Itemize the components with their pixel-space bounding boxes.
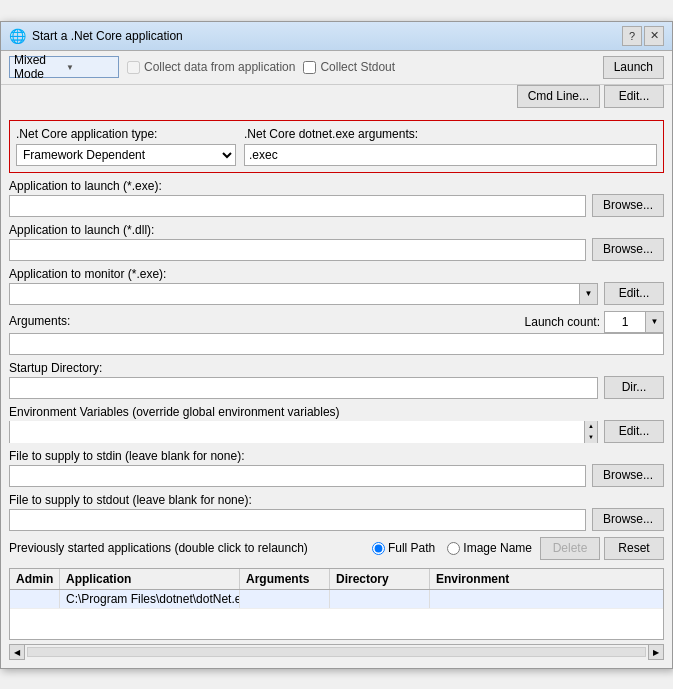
startup-dir-btn-wrap: Dir... (604, 376, 664, 399)
close-button[interactable]: ✕ (644, 26, 664, 46)
env-vars-input[interactable] (10, 421, 584, 443)
stdout-browse-button[interactable]: Browse... (592, 508, 664, 531)
app-exe-inputs: Application to launch (*.exe): (9, 179, 586, 217)
app-monitor-input[interactable] (10, 283, 579, 305)
reset-button[interactable]: Reset (604, 537, 664, 560)
help-button[interactable]: ? (622, 26, 642, 46)
delete-button[interactable]: Delete (540, 537, 600, 560)
window-icon: 🌐 (9, 28, 26, 44)
fullpath-radio-label[interactable]: Full Path (372, 541, 435, 555)
launch-button[interactable]: Launch (603, 56, 664, 79)
title-bar-left: 🌐 Start a .Net Core application (9, 28, 183, 44)
secondary-toolbar: Cmd Line... Edit... (1, 85, 672, 112)
cell-arguments (240, 590, 330, 608)
arguments-input[interactable] (9, 333, 664, 355)
app-type-select[interactable]: Framework Dependent Self Contained (16, 144, 236, 166)
stdin-label: File to supply to stdin (leave blank for… (9, 449, 586, 463)
dotnet-args-label: .Net Core dotnet.exe arguments: (244, 127, 657, 141)
cmdline-button[interactable]: Cmd Line... (517, 85, 600, 108)
arguments-section: Arguments: Launch count: ▼ (9, 311, 664, 355)
scrollbar-track[interactable] (27, 647, 646, 657)
previously-section: Previously started applications (double … (9, 537, 664, 564)
env-vars-up-icon[interactable]: ▲ (585, 421, 597, 432)
collect-stdout-checkbox[interactable] (303, 61, 316, 74)
app-dll-input[interactable] (9, 239, 586, 261)
table-row[interactable]: C:\Program Files\dotnet\dotNet.exe (10, 590, 663, 609)
env-vars-label: Environment Variables (override global e… (9, 405, 598, 419)
startup-dir-input[interactable] (9, 377, 598, 399)
stdout-browse-wrap: Browse... (592, 508, 664, 531)
app-dll-browse-button[interactable]: Browse... (592, 238, 664, 261)
title-bar: 🌐 Start a .Net Core application ? ✕ (1, 22, 672, 51)
launch-count-arrow[interactable]: ▼ (645, 312, 663, 332)
app-type-label: .Net Core application type: (16, 127, 236, 141)
stdin-inputs: File to supply to stdin (leave blank for… (9, 449, 586, 487)
env-vars-down-icon[interactable]: ▼ (585, 432, 597, 443)
startup-dir-inputs: Startup Directory: (9, 361, 598, 399)
collect-stdout-label: Collect Stdout (320, 60, 395, 74)
fullpath-radio[interactable] (372, 542, 385, 555)
collect-stdout-checkbox-group: Collect Stdout (303, 60, 395, 74)
dotnet-type-section: .Net Core application type: Framework De… (9, 120, 664, 173)
mode-label: Mixed Mode (14, 53, 62, 81)
app-dll-section: Application to launch (*.dll): Browse... (9, 223, 664, 261)
launch-count-group: Launch count: ▼ (525, 311, 664, 333)
env-vars-inputs: Environment Variables (override global e… (9, 405, 598, 443)
stdout-input[interactable] (9, 509, 586, 531)
env-vars-edit-button[interactable]: Edit... (604, 420, 664, 443)
stdin-browse-wrap: Browse... (592, 464, 664, 487)
radio-group: Full Path Image Name (372, 541, 532, 555)
app-monitor-edit: Edit... (604, 282, 664, 305)
arguments-label-left: Arguments: (9, 314, 519, 330)
app-exe-input[interactable] (9, 195, 586, 217)
scroll-right-button[interactable]: ▶ (648, 644, 664, 660)
col-header-admin: Admin (10, 569, 60, 589)
imagename-radio-text: Image Name (463, 541, 532, 555)
env-vars-section: Environment Variables (override global e… (9, 405, 664, 443)
startup-dir-label: Startup Directory: (9, 361, 598, 375)
previously-row: Previously started applications (double … (9, 537, 664, 560)
edit-button-toolbar[interactable]: Edit... (604, 85, 664, 108)
dotnet-args-input[interactable] (244, 144, 657, 166)
stdout-label: File to supply to stdout (leave blank fo… (9, 493, 586, 507)
app-exe-section: Application to launch (*.exe): Browse... (9, 179, 664, 217)
app-monitor-edit-button[interactable]: Edit... (604, 282, 664, 305)
app-dll-label: Application to launch (*.dll): (9, 223, 586, 237)
imagename-radio-label[interactable]: Image Name (447, 541, 532, 555)
window-title: Start a .Net Core application (32, 29, 183, 43)
toolbar: Mixed Mode ▼ Collect data from applicati… (1, 51, 672, 85)
cell-environment (430, 590, 663, 608)
app-monitor-label: Application to monitor (*.exe): (9, 267, 598, 281)
mode-dropdown[interactable]: Mixed Mode ▼ (9, 56, 119, 78)
stdin-browse-button[interactable]: Browse... (592, 464, 664, 487)
startup-dir-button[interactable]: Dir... (604, 376, 664, 399)
col-header-directory: Directory (330, 569, 430, 589)
stdin-section: File to supply to stdin (leave blank for… (9, 449, 664, 487)
collect-data-label: Collect data from application (144, 60, 295, 74)
fullpath-radio-text: Full Path (388, 541, 435, 555)
launch-count-dropdown: ▼ (604, 311, 664, 333)
launch-count-input[interactable] (605, 311, 645, 333)
app-dll-browse: Browse... (592, 238, 664, 261)
collect-data-checkbox-group: Collect data from application (127, 60, 295, 74)
main-content: .Net Core application type: Framework De… (1, 112, 672, 668)
cell-application: C:\Program Files\dotnet\dotNet.exe (60, 590, 240, 608)
col-header-application: Application (60, 569, 240, 589)
horizontal-scrollbar[interactable]: ◀ ▶ (9, 644, 664, 660)
col-header-arguments: Arguments (240, 569, 330, 589)
title-bar-controls: ? ✕ (622, 26, 664, 46)
app-monitor-inputs: Application to monitor (*.exe): ▼ (9, 267, 598, 305)
launch-count-label: Launch count: (525, 315, 600, 329)
app-exe-browse: Browse... (592, 194, 664, 217)
app-exe-browse-button[interactable]: Browse... (592, 194, 664, 217)
app-monitor-dropdown-arrow[interactable]: ▼ (579, 284, 597, 304)
imagename-radio[interactable] (447, 542, 460, 555)
col-header-environment: Environment (430, 569, 663, 589)
startup-dir-section: Startup Directory: Dir... (9, 361, 664, 399)
dropdown-arrow-icon: ▼ (66, 63, 114, 72)
arguments-label: Arguments: (9, 314, 519, 328)
scroll-left-button[interactable]: ◀ (9, 644, 25, 660)
stdin-input[interactable] (9, 465, 586, 487)
collect-data-checkbox[interactable] (127, 61, 140, 74)
stdout-inputs: File to supply to stdout (leave blank fo… (9, 493, 586, 531)
